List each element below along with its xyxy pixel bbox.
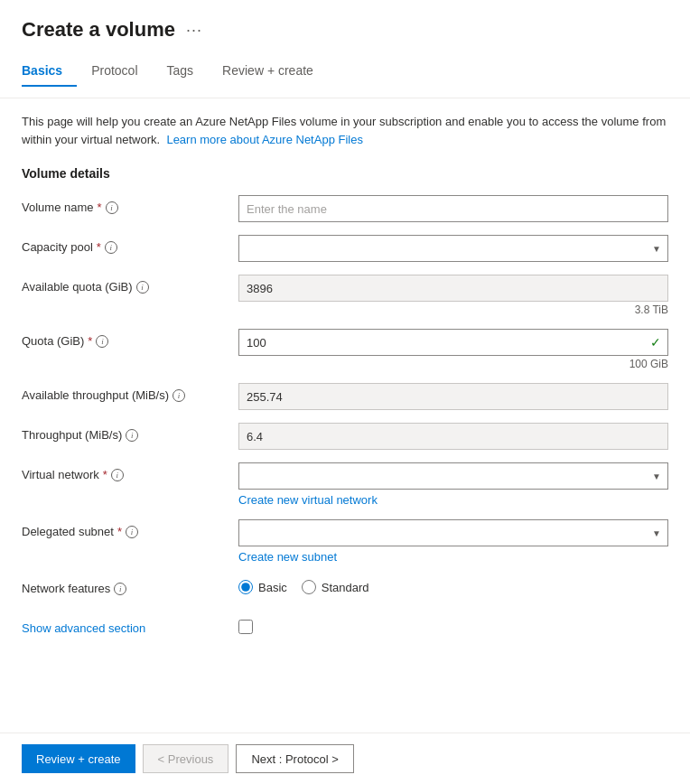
previous-button[interactable]: < Previous xyxy=(143,744,229,773)
required-star: * xyxy=(98,201,102,214)
show-advanced-label[interactable]: Show advanced section xyxy=(22,621,145,635)
create-virtual-network-link[interactable]: Create new virtual network xyxy=(238,493,378,507)
field-row-network-features: Network features i Basic Standard xyxy=(22,576,668,603)
review-create-button[interactable]: Review + create xyxy=(22,744,135,773)
network-features-label: Network features i xyxy=(22,576,238,595)
network-features-info-icon[interactable]: i xyxy=(114,583,126,595)
tabs-nav: Basics Protocol Tags Review + create xyxy=(22,56,668,87)
capacity-pool-wrapper: ▼ xyxy=(238,235,668,262)
delegated-subnet-select[interactable] xyxy=(238,519,668,546)
field-row-show-advanced: Show advanced section xyxy=(22,616,668,643)
network-features-basic-radio[interactable] xyxy=(238,580,253,594)
virtual-network-info-icon[interactable]: i xyxy=(111,469,124,481)
volume-name-wrapper xyxy=(238,195,668,222)
tab-protocol[interactable]: Protocol xyxy=(91,56,152,87)
info-paragraph: This page will help you create an Azure … xyxy=(22,113,668,148)
quota-info-icon[interactable]: i xyxy=(96,335,108,348)
more-options-button[interactable]: ··· xyxy=(186,21,202,40)
field-row-delegated-subnet: Delegated subnet * i ▼ Create new subnet xyxy=(22,519,668,564)
show-advanced-wrapper xyxy=(238,616,668,634)
field-row-throughput: Throughput (MiB/s) i 6.4 xyxy=(22,423,668,450)
available-quota-wrapper: 3896 3.8 TiB xyxy=(238,275,668,316)
network-features-basic-option[interactable]: Basic xyxy=(238,580,287,594)
capacity-pool-select[interactable] xyxy=(238,235,668,262)
delegated-subnet-wrapper: ▼ Create new subnet xyxy=(238,519,668,564)
capacity-pool-label: Capacity pool * i xyxy=(22,235,238,254)
show-advanced-checkbox[interactable] xyxy=(238,620,253,634)
required-star-subnet: * xyxy=(117,525,122,538)
field-row-quota: Quota (GiB) * i ✓ 100 GiB xyxy=(22,329,668,370)
volume-name-label: Volume name * i xyxy=(22,195,238,214)
tab-review-create[interactable]: Review + create xyxy=(222,56,328,87)
create-subnet-link[interactable]: Create new subnet xyxy=(238,550,337,564)
field-row-virtual-network: Virtual network * i ▼ Create new virtual… xyxy=(22,462,668,507)
available-quota-info-icon[interactable]: i xyxy=(136,281,149,294)
page-title: Create a volume xyxy=(22,18,175,42)
delegated-subnet-label: Delegated subnet * i xyxy=(22,519,238,538)
network-features-standard-label: Standard xyxy=(322,581,369,594)
tab-tags[interactable]: Tags xyxy=(167,56,209,87)
available-throughput-label: Available throughput (MiB/s) i xyxy=(22,383,238,402)
throughput-wrapper: 6.4 xyxy=(238,423,668,450)
throughput-value: 6.4 xyxy=(238,423,668,450)
required-star-quota: * xyxy=(88,334,92,348)
throughput-label: Throughput (MiB/s) i xyxy=(22,423,238,442)
throughput-info-icon[interactable]: i xyxy=(126,429,138,442)
available-quota-label: Available quota (GiB) i xyxy=(22,275,238,294)
capacity-pool-info-icon[interactable]: i xyxy=(105,241,117,254)
virtual-network-select[interactable] xyxy=(238,462,668,490)
quota-wrapper: ✓ 100 GiB xyxy=(238,329,668,370)
next-protocol-button[interactable]: Next : Protocol > xyxy=(236,744,353,773)
network-features-standard-option[interactable]: Standard xyxy=(302,580,369,594)
section-volume-details-title: Volume details xyxy=(22,166,668,181)
available-quota-hint: 3.8 TiB xyxy=(238,303,668,316)
network-features-standard-radio[interactable] xyxy=(302,580,316,594)
field-row-volume-name: Volume name * i xyxy=(22,195,668,222)
required-star-capacity: * xyxy=(97,240,101,254)
quota-input[interactable] xyxy=(238,329,668,356)
available-quota-value: 3896 xyxy=(238,275,668,302)
network-features-radio-group: Basic Standard xyxy=(238,576,668,594)
tab-basics[interactable]: Basics xyxy=(22,56,77,87)
network-features-wrapper: Basic Standard xyxy=(238,576,668,594)
footer: Review + create < Previous Next : Protoc… xyxy=(0,733,690,784)
main-content: This page will help you create an Azure … xyxy=(0,98,690,733)
delegated-subnet-info-icon[interactable]: i xyxy=(126,526,138,538)
available-throughput-value: 255.74 xyxy=(238,383,668,410)
learn-more-link[interactable]: Learn more about Azure NetApp Files xyxy=(166,133,363,146)
field-row-available-quota: Available quota (GiB) i 3896 3.8 TiB xyxy=(22,275,668,316)
field-row-capacity-pool: Capacity pool * i ▼ xyxy=(22,235,668,262)
volume-name-input[interactable] xyxy=(238,195,668,222)
quota-checkmark-icon: ✓ xyxy=(650,335,661,350)
virtual-network-label: Virtual network * i xyxy=(22,462,238,481)
quota-label: Quota (GiB) * i xyxy=(22,329,238,348)
page-header: Create a volume ··· Basics Protocol Tags… xyxy=(0,0,690,98)
field-row-available-throughput: Available throughput (MiB/s) i 255.74 xyxy=(22,383,668,410)
required-star-vnet: * xyxy=(103,468,107,481)
network-features-basic-label: Basic xyxy=(258,581,287,594)
virtual-network-wrapper: ▼ Create new virtual network xyxy=(238,462,668,507)
quota-hint: 100 GiB xyxy=(238,358,668,370)
available-throughput-wrapper: 255.74 xyxy=(238,383,668,410)
available-throughput-info-icon[interactable]: i xyxy=(172,389,185,402)
volume-name-info-icon[interactable]: i xyxy=(106,201,118,214)
